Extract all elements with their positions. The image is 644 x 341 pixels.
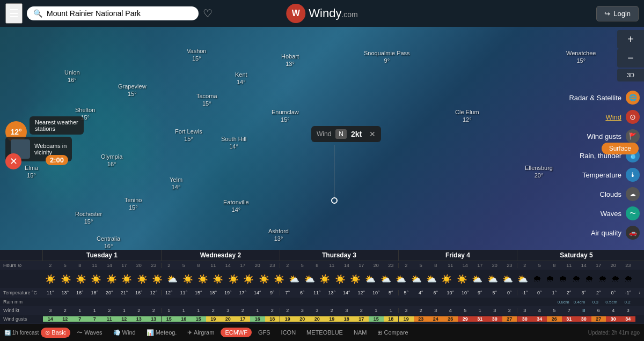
wind-gust-cell: 31 bbox=[562, 316, 577, 322]
map-label-vashon: Vashon15° bbox=[187, 47, 207, 63]
nav-ecmwf[interactable]: ECMWF bbox=[221, 328, 252, 337]
temp-cell: 10° bbox=[443, 290, 458, 295]
day-header-wednesday: Wednesday 2 bbox=[162, 250, 280, 261]
sidebar-item-wind[interactable]: Wind ⊙ bbox=[531, 107, 644, 127]
map-label-tacoma: Tacoma15° bbox=[196, 92, 217, 108]
search-input[interactable] bbox=[47, 9, 192, 18]
wind-gust-cell: 13 bbox=[147, 316, 162, 322]
hour-cell: 20 bbox=[131, 263, 147, 268]
wind-gust-cell: 26 bbox=[443, 316, 458, 322]
nav-meteoblue[interactable]: METEOBLUE bbox=[302, 328, 347, 337]
wind-gust-cell: 15 bbox=[369, 316, 384, 322]
air-quality-icon: 🚗 bbox=[626, 226, 640, 240]
temperature-cells: 11°13°16°18°20°21°16°12° 12°11°15°18°19°… bbox=[43, 290, 635, 295]
temp-cell: 19° bbox=[221, 290, 236, 295]
close-icon[interactable]: ✕ bbox=[369, 130, 376, 138]
temp-cell: 18° bbox=[206, 290, 221, 295]
wind-kt-cell: 5 bbox=[547, 308, 562, 313]
wind-kt-cell: 3 bbox=[399, 308, 414, 313]
wind-gust-cell: 27 bbox=[502, 316, 518, 322]
surface-button[interactable]: Surface bbox=[602, 143, 639, 154]
nav-icon[interactable]: ICON bbox=[277, 328, 301, 337]
temp-cell: 4° bbox=[414, 290, 429, 295]
hours-row: Hours ⊙ 2 5 8 11 14 17 20 23 2 5 8 11 14… bbox=[0, 261, 644, 270]
search-icon: 🔍 bbox=[33, 9, 42, 18]
hour-cell: 20 bbox=[250, 263, 265, 268]
temp-cell: 18° bbox=[87, 290, 103, 295]
hour-cell: 23 bbox=[621, 263, 636, 268]
nav-nam[interactable]: NAM bbox=[349, 328, 371, 337]
wind-popup: Wind N 2kt ✕ bbox=[311, 126, 381, 142]
wind-gust-cell: 20 bbox=[295, 316, 310, 322]
hour-cell: 2 bbox=[280, 263, 295, 268]
temp-cell: 11° bbox=[43, 290, 58, 295]
scroll-indicator[interactable]: › bbox=[635, 290, 644, 295]
temp-cell: 5° bbox=[384, 290, 399, 295]
wind-gust-cell: 19 bbox=[280, 316, 295, 322]
sidebar-item-temperature[interactable]: Temperature 🌡 bbox=[531, 165, 644, 184]
wind-line bbox=[334, 145, 334, 198]
sidebar-item-label: Wind gusts bbox=[587, 132, 621, 140]
nav-wind[interactable]: 💨 Wind bbox=[109, 328, 140, 338]
nav-basic[interactable]: ⊙ Basic bbox=[41, 328, 70, 338]
wind-kt-cell: 2 bbox=[354, 308, 369, 313]
wind-gust-cell: 17 bbox=[236, 316, 251, 322]
map-label-kent: Kent14° bbox=[235, 71, 247, 86]
nav-meteog[interactable]: 📊 Meteog. bbox=[142, 328, 181, 338]
sidebar-item-radar[interactable]: Radar & Satellite 🌐 bbox=[531, 88, 644, 107]
map-label-snoqualmie: Snoqualmie Pass9° bbox=[364, 49, 410, 65]
zoom-out-button[interactable]: − bbox=[617, 49, 644, 68]
wind-kt-cell: 8 bbox=[576, 308, 591, 313]
day-headers: Tuesday 1 Wednesday 2 Thursday 3 Friday … bbox=[0, 250, 644, 261]
wind-gust-cell: 30 bbox=[517, 316, 532, 322]
3d-button[interactable]: 3D bbox=[617, 69, 644, 81]
nearest-station-label: Nearest weatherstations bbox=[35, 119, 78, 132]
hour-cell: 8 bbox=[428, 263, 443, 268]
temp-cell: 9° bbox=[473, 290, 488, 295]
wind-kt-label: Wind kt bbox=[0, 308, 43, 313]
hours-label: Hours ⊙ bbox=[0, 263, 43, 268]
search-bar[interactable]: 🔍 bbox=[27, 6, 199, 20]
nearest-station[interactable]: Nearest weatherstations bbox=[30, 116, 84, 135]
login-button[interactable]: ↪ Login bbox=[596, 6, 639, 21]
hour-cell: 5 bbox=[177, 263, 192, 268]
hour-cell: 8 bbox=[72, 263, 87, 268]
wind-gust-cell: 27 bbox=[591, 316, 606, 322]
temp-cell: 0° bbox=[502, 290, 518, 295]
nav-airgram[interactable]: ✈ Airgram bbox=[183, 328, 218, 338]
hour-cell: 23 bbox=[147, 263, 162, 268]
hour-cell: 17 bbox=[473, 263, 488, 268]
wind-gust-cell: 30 bbox=[606, 316, 621, 322]
wind-speed: 2kt bbox=[351, 130, 362, 138]
sidebar-item-clouds[interactable]: Clouds ☁ bbox=[531, 184, 644, 204]
favorite-icon[interactable]: ♡ bbox=[203, 7, 213, 20]
wind-kt-cell: 6 bbox=[591, 308, 606, 313]
zoom-in-button[interactable]: + bbox=[617, 30, 644, 49]
wind-kt-cell: 3 bbox=[428, 308, 443, 313]
wind-direction: N bbox=[335, 129, 347, 139]
temp-cell: -1° bbox=[517, 290, 532, 295]
wind-gust-cell: 31 bbox=[473, 316, 488, 322]
wind-kt-cell: 2 bbox=[414, 308, 429, 313]
nav-compare[interactable]: ⊞ Compare bbox=[373, 328, 412, 338]
wind-gust-cell: 30 bbox=[487, 316, 502, 322]
hour-cell: 5 bbox=[295, 263, 310, 268]
wind-gust-cell: 34 bbox=[621, 316, 636, 322]
wind-gust-cell: 20 bbox=[221, 316, 236, 322]
close-button[interactable]: ✕ bbox=[5, 153, 21, 169]
login-label: Login bbox=[613, 10, 631, 18]
temp-cell: 7° bbox=[280, 290, 295, 295]
sidebar-item-waves[interactable]: Waves 〜 bbox=[531, 204, 644, 223]
nav-waves[interactable]: 〜 Waves bbox=[72, 327, 106, 338]
hour-cell: 2 bbox=[517, 263, 532, 268]
temp-cell: 1° bbox=[547, 290, 562, 295]
temp-cell: -1° bbox=[621, 290, 636, 295]
wind-gust-cell: 19 bbox=[325, 316, 340, 322]
wind-kt-cell: 2 bbox=[102, 308, 117, 313]
temp-cell: 20° bbox=[102, 290, 117, 295]
menu-button[interactable]: ☰ bbox=[5, 3, 23, 24]
nav-gfs[interactable]: GFS bbox=[254, 328, 275, 337]
sidebar-item-air-quality[interactable]: Air quality 🚗 bbox=[531, 223, 644, 242]
weather-icons: ☀️☀️☀️☀️☀️☀️☀️☀️ ⛅☀️☀️☀️☀️☀️☀️☀️ ⛅⛅☀️☀️☀… bbox=[43, 274, 635, 284]
wind-gust-cell: 29 bbox=[458, 316, 473, 322]
